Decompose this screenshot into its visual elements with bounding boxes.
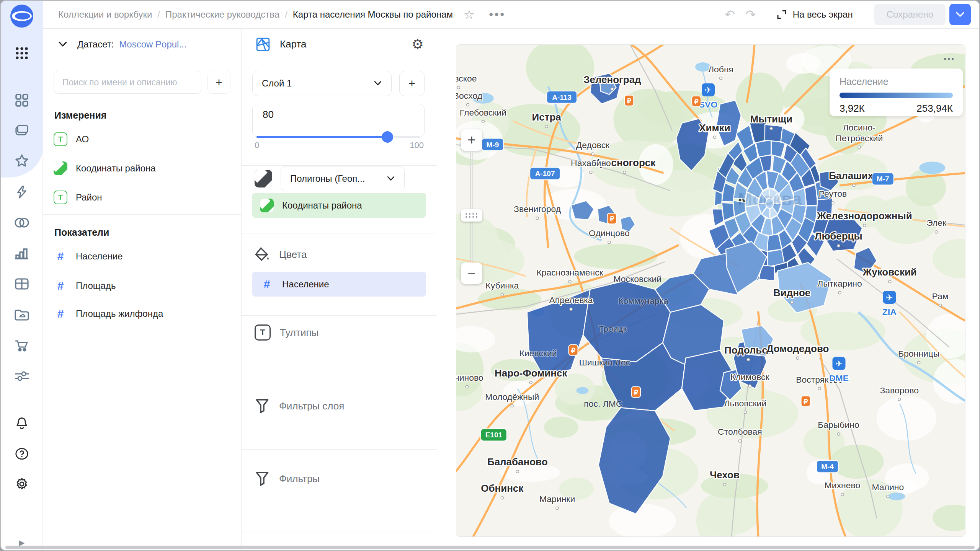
sidebar-item-marketplace[interactable] <box>1 332 43 359</box>
search-input[interactable] <box>54 71 201 94</box>
place-dot <box>837 245 840 247</box>
place-dot <box>466 385 468 388</box>
paint-bucket-icon <box>255 247 270 262</box>
map-canvas[interactable]: МоскваЗеленоградХимкиМытищиБалашихаКрасн… <box>456 45 965 536</box>
sidebar-item-workbooks[interactable] <box>1 117 43 144</box>
field-district[interactable]: T Район <box>54 185 235 210</box>
chart-settings-gear-icon[interactable]: ⚙ <box>412 37 424 51</box>
bell-icon <box>15 416 29 430</box>
place-dot <box>511 404 513 407</box>
horizontal-scrollbar[interactable] <box>5 546 975 549</box>
favorite-star-icon[interactable]: ☆ <box>464 8 475 21</box>
map-label: Лобня <box>708 64 733 74</box>
apps-grid-icon[interactable] <box>1 40 43 67</box>
opacity-slider-track[interactable] <box>256 136 420 138</box>
place-dot <box>501 293 503 296</box>
datalens-logo[interactable] <box>1 3 43 29</box>
road-shield-label: А-113 <box>552 93 572 101</box>
add-field-button[interactable]: + <box>207 71 230 94</box>
airplane-glyph: ✈ <box>835 359 842 368</box>
top-bar-actions: ↶ ↷ На весь экран Сохранено <box>719 4 979 25</box>
map-zoom-handle[interactable] <box>461 209 482 222</box>
colors-field-pill[interactable]: # Население <box>252 272 426 297</box>
notifications-button[interactable] <box>1 410 43 437</box>
map-zoom-track[interactable] <box>470 153 473 262</box>
breadcrumb-guides[interactable]: Практические руководства <box>165 9 279 20</box>
help-button[interactable] <box>1 440 43 467</box>
dimensions-title: Измерения <box>54 110 106 121</box>
map-label: Лыткарино <box>817 279 862 289</box>
field-district-coordinates[interactable]: Коодинаты района <box>54 156 235 181</box>
field-ao[interactable]: T АО <box>54 127 235 152</box>
map-label: Кубинка <box>485 280 519 290</box>
undo-icon[interactable]: ↶ <box>719 8 740 21</box>
field-label: Коодинаты района <box>282 200 362 211</box>
saved-button[interactable]: Сохранено <box>874 4 946 25</box>
map-label: Московский <box>613 274 662 284</box>
place-dot <box>591 153 594 155</box>
opacity-value[interactable]: 80 <box>263 109 274 121</box>
field-population[interactable]: # Население <box>54 244 235 269</box>
map-label: Подольск <box>724 344 773 356</box>
stacked-folders-icon <box>15 124 29 138</box>
more-actions-icon[interactable]: ••• <box>489 8 506 21</box>
field-area[interactable]: # Площадь <box>54 274 235 298</box>
dataset-name-link[interactable]: Moscow Popul... <box>119 39 186 50</box>
sidebar-item-storage[interactable] <box>1 302 43 328</box>
place-dot <box>744 411 746 414</box>
sidebar-item-services[interactable] <box>1 363 43 390</box>
save-dropdown-button[interactable] <box>949 4 971 25</box>
place-dot <box>545 125 548 128</box>
sidebar-item-connections[interactable] <box>1 209 43 236</box>
left-navigation-rail: ▶ <box>1 1 43 550</box>
settings-button[interactable] <box>1 471 43 497</box>
section-divider <box>242 533 437 533</box>
layer-select[interactable]: Слой 1 <box>252 71 392 96</box>
map-label: Лосино- <box>843 122 875 132</box>
place-dot <box>611 88 614 90</box>
top-bar: Коллекции и воркбуки / Практические руко… <box>43 1 979 29</box>
redo-icon[interactable]: ↷ <box>740 8 761 21</box>
drag-dots-icon <box>466 213 478 218</box>
map-chart-icon <box>255 37 271 52</box>
field-label: Население <box>76 251 123 262</box>
opacity-min-label: 0 <box>255 140 259 150</box>
sidebar-item-favorites[interactable] <box>1 147 43 174</box>
fullscreen-button[interactable]: На весь экран <box>777 9 853 20</box>
geopolygon-section-icon <box>255 170 272 187</box>
question-circle-icon <box>15 447 29 460</box>
field-housing-area[interactable]: # Площадь жилфонда <box>54 302 235 326</box>
airplane-glyph: ✈ <box>705 85 712 95</box>
linked-circles-icon <box>14 217 29 228</box>
sidebar-item-editor[interactable] <box>1 179 43 205</box>
funnel-icon <box>255 398 270 414</box>
place-dot <box>590 171 592 174</box>
map-label: Коммунарка <box>618 296 668 306</box>
place-dot <box>747 358 750 361</box>
map-shape <box>544 417 578 438</box>
sidebar-item-charts[interactable] <box>1 240 43 267</box>
map-zoom-in-button[interactable]: + <box>461 129 482 151</box>
section-divider <box>43 214 241 215</box>
map-zoom-out-button[interactable]: − <box>461 262 482 284</box>
map-label: Львовский <box>724 398 766 408</box>
tooltip-section-icon: T <box>255 324 271 341</box>
breadcrumb-collections[interactable]: Коллекции и воркбуки <box>58 9 152 20</box>
field-label: Район <box>76 192 102 203</box>
geopolygon-field-pill[interactable]: Коодинаты района <box>252 193 426 218</box>
section-divider <box>242 165 437 166</box>
map-label: Балабаново <box>487 456 547 468</box>
legend-min-value: 3,92К <box>840 103 865 114</box>
dataset-panel: Датасет: Moscow Popul... + Измерения T А… <box>43 29 242 550</box>
map-menu-dots-icon[interactable]: ⋯ <box>943 52 956 65</box>
map-label: Мытищи <box>750 113 792 125</box>
map-label: Реутов <box>819 189 847 199</box>
bar-chart-icon <box>15 247 29 260</box>
sidebar-item-dashboards[interactable] <box>1 87 43 114</box>
dataset-panel-header[interactable]: Датасет: Moscow Popul... <box>43 29 241 60</box>
map-preview-area: МоскваЗеленоградХимкиМытищиБалашихаКрасн… <box>437 29 979 550</box>
geotype-select[interactable]: Полигоны (Геоп... <box>281 166 405 191</box>
map-label: пос. ЛМС <box>584 399 622 409</box>
add-layer-button[interactable]: + <box>399 71 425 96</box>
sidebar-item-tables[interactable] <box>1 271 43 297</box>
